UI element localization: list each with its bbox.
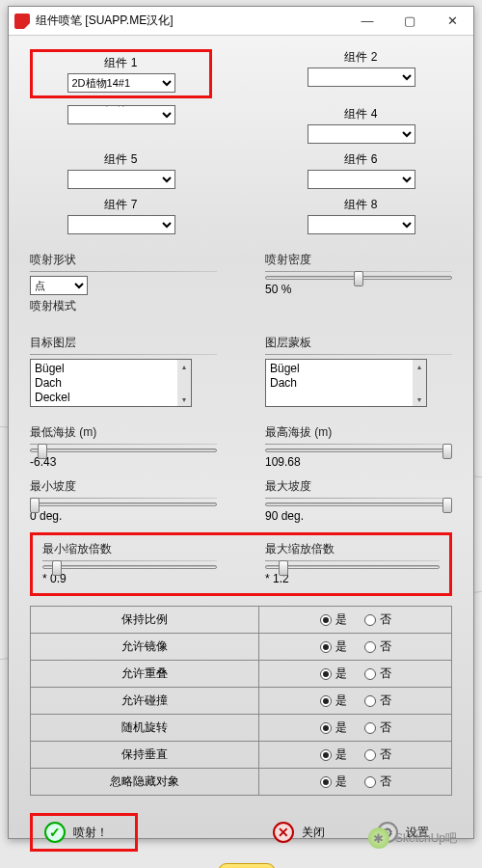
min-alt-value: -6.43 bbox=[30, 455, 217, 469]
option-row: 允许镜像是否 bbox=[31, 633, 451, 660]
option-row: 保持垂直是否 bbox=[31, 741, 451, 768]
component-5-group: 组件 5 bbox=[30, 151, 212, 189]
dialog-window: 组件喷笔 [SUAPP.ME汉化] — ▢ ✕ 组件 1 2D植物14#1 组件… bbox=[8, 6, 474, 839]
max-alt-slider[interactable] bbox=[265, 448, 452, 452]
donate-button[interactable]: Donate bbox=[218, 863, 275, 868]
scale-highlight-box: 最小缩放倍数 * 0.9 最大缩放倍数 * 1.2 bbox=[30, 532, 452, 596]
option-choices: 是否 bbox=[258, 661, 451, 687]
option-label: 允许镜像 bbox=[31, 634, 258, 660]
component-4-group: 组件 4 bbox=[270, 106, 452, 144]
component-1-group: 组件 1 2D植物14#1 bbox=[30, 49, 212, 98]
titlebar: 组件喷笔 [SUAPP.ME汉化] — ▢ ✕ bbox=[9, 7, 473, 36]
component-8-group: 组件 8 bbox=[270, 197, 452, 234]
option-yes[interactable]: 是 bbox=[320, 611, 347, 628]
option-choices: 是否 bbox=[258, 769, 451, 795]
component-2-select[interactable] bbox=[308, 68, 415, 87]
component-3-group: 组件 3 bbox=[30, 106, 212, 144]
spray-density-slider[interactable] bbox=[265, 276, 452, 280]
option-choices: 是否 bbox=[258, 742, 451, 768]
component-1-label: 组件 1 bbox=[104, 55, 137, 71]
option-choices: 是否 bbox=[258, 607, 451, 633]
min-scale-slider[interactable] bbox=[42, 565, 217, 569]
max-alt-label: 最高海拔 (m) bbox=[265, 424, 452, 441]
min-scale-label: 最小缩放倍数 bbox=[42, 541, 217, 557]
option-row: 保持比例是否 bbox=[31, 607, 451, 633]
option-label: 保持垂直 bbox=[31, 742, 258, 768]
option-yes[interactable]: 是 bbox=[320, 746, 347, 763]
option-no[interactable]: 否 bbox=[364, 773, 391, 790]
option-yes[interactable]: 是 bbox=[320, 719, 347, 736]
max-alt-value: 109.68 bbox=[265, 455, 452, 469]
max-scale-value: * 1.2 bbox=[265, 572, 440, 585]
option-label: 忽略隐藏对象 bbox=[31, 769, 258, 795]
spray-density-label: 喷射密度 bbox=[265, 252, 452, 268]
close-button[interactable]: 关闭 bbox=[265, 818, 348, 847]
component-1-select[interactable]: 2D植物14#1 bbox=[67, 73, 175, 93]
option-no[interactable]: 否 bbox=[364, 746, 391, 763]
layer-mask-label: 图层蒙板 bbox=[265, 335, 452, 351]
spray-shape-select[interactable]: 点 bbox=[30, 276, 88, 295]
component-4-select[interactable] bbox=[308, 124, 415, 144]
option-yes[interactable]: 是 bbox=[320, 773, 347, 790]
option-label: 随机旋转 bbox=[31, 715, 258, 741]
min-alt-slider[interactable] bbox=[30, 448, 217, 452]
option-row: 允许碰撞是否 bbox=[31, 687, 451, 714]
window-title: 组件喷笔 [SUAPP.ME汉化] bbox=[36, 13, 346, 29]
option-row: 忽略隐藏对象是否 bbox=[31, 768, 451, 795]
option-no[interactable]: 否 bbox=[364, 719, 391, 736]
max-scale-label: 最大缩放倍数 bbox=[265, 541, 440, 557]
option-yes[interactable]: 是 bbox=[320, 692, 347, 709]
option-yes[interactable]: 是 bbox=[320, 638, 347, 655]
option-choices: 是否 bbox=[258, 688, 451, 714]
target-layer-list[interactable]: Bügel Dach Deckel ▴▾ bbox=[30, 359, 192, 407]
max-slope-slider[interactable] bbox=[265, 502, 452, 506]
app-icon bbox=[14, 14, 30, 29]
component-3-select[interactable] bbox=[67, 105, 175, 124]
maximize-button[interactable]: ▢ bbox=[388, 7, 431, 36]
close-icon bbox=[273, 822, 294, 843]
option-choices: 是否 bbox=[258, 715, 451, 741]
option-row: 允许重叠是否 bbox=[31, 660, 451, 687]
wechat-icon: ✱ bbox=[368, 827, 389, 849]
layer-mask-list[interactable]: Bügel Dach ▴▾ bbox=[265, 359, 427, 407]
spray-mode-label: 喷射模式 bbox=[30, 298, 217, 314]
option-label: 允许重叠 bbox=[31, 661, 258, 687]
minimize-button[interactable]: — bbox=[346, 7, 388, 36]
option-no[interactable]: 否 bbox=[364, 692, 391, 709]
component-6-label: 组件 6 bbox=[344, 151, 377, 168]
component-7-label: 组件 7 bbox=[104, 197, 137, 213]
options-table: 保持比例是否允许镜像是否允许重叠是否允许碰撞是否随机旋转是否保持垂直是否忽略隐藏… bbox=[30, 606, 452, 796]
component-7-group: 组件 7 bbox=[30, 197, 212, 234]
min-slope-slider[interactable] bbox=[30, 502, 217, 506]
option-no[interactable]: 否 bbox=[364, 638, 391, 655]
component-7-select[interactable] bbox=[67, 215, 175, 234]
option-choices: 是否 bbox=[258, 634, 451, 660]
component-8-label: 组件 8 bbox=[344, 197, 377, 213]
option-row: 随机旋转是否 bbox=[31, 714, 451, 741]
option-label: 允许碰撞 bbox=[31, 688, 258, 714]
component-5-label: 组件 5 bbox=[104, 151, 137, 168]
min-scale-value: * 0.9 bbox=[42, 572, 217, 585]
close-window-button[interactable]: ✕ bbox=[431, 7, 473, 36]
scrollbar[interactable]: ▴▾ bbox=[177, 360, 191, 406]
max-slope-value: 90 deg. bbox=[265, 509, 452, 523]
option-yes[interactable]: 是 bbox=[320, 665, 347, 682]
component-4-label: 组件 4 bbox=[344, 106, 377, 122]
component-6-group: 组件 6 bbox=[270, 151, 452, 189]
watermark: ✱ SketchUp吧 bbox=[368, 827, 457, 849]
scrollbar[interactable]: ▴▾ bbox=[413, 360, 426, 406]
option-no[interactable]: 否 bbox=[364, 665, 391, 682]
max-slope-label: 最大坡度 bbox=[265, 478, 452, 495]
spray-button[interactable]: 喷射！ bbox=[37, 818, 131, 847]
component-2-label: 组件 2 bbox=[344, 49, 377, 66]
option-no[interactable]: 否 bbox=[364, 611, 391, 628]
component-5-select[interactable] bbox=[67, 170, 175, 189]
option-label: 保持比例 bbox=[31, 607, 258, 633]
min-slope-label: 最小坡度 bbox=[30, 478, 217, 495]
component-6-select[interactable] bbox=[308, 170, 415, 189]
min-slope-value: 0 deg. bbox=[30, 509, 217, 523]
target-layer-label: 目标图层 bbox=[30, 335, 217, 351]
component-8-select[interactable] bbox=[308, 215, 415, 234]
max-scale-slider[interactable] bbox=[265, 565, 440, 569]
check-icon bbox=[44, 822, 66, 843]
